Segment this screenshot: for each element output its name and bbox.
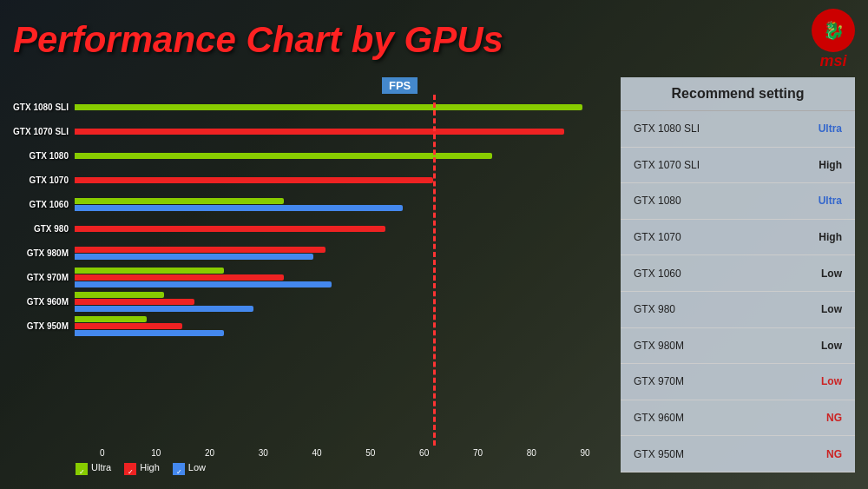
bar-low <box>75 254 313 260</box>
bars-group <box>75 129 612 135</box>
bar-high <box>75 274 284 281</box>
x-tick: 90 <box>558 448 612 458</box>
recommend-row: GTX 960MNG <box>621 400 855 437</box>
legend-item: ✓Low <box>173 462 206 472</box>
gpu-row: GTX 960M <box>13 289 612 314</box>
rec-setting: Low <box>799 340 842 352</box>
rec-setting: Ultra <box>799 122 842 135</box>
bar-high <box>75 299 194 305</box>
fps-target-line <box>433 95 436 446</box>
legend-item: ✓Ultra <box>76 462 111 472</box>
bar-ultra <box>75 268 224 274</box>
x-tick: 70 <box>451 448 505 458</box>
fps-label-area: FPS <box>13 77 612 93</box>
gpu-row: GTX 1060 <box>13 192 612 216</box>
rec-gpu-name: GTX 1080 SLI <box>634 122 799 135</box>
gpu-row: GTX 980 <box>13 216 612 241</box>
legend-label: Ultra <box>91 462 111 472</box>
rec-setting: High <box>799 159 842 171</box>
bars-group <box>75 316 612 336</box>
gpu-label: GTX 950M <box>13 321 72 331</box>
rec-gpu-name: GTX 960M <box>634 412 799 424</box>
gpu-row: GTX 1080 SLI <box>13 95 612 119</box>
x-tick: 50 <box>344 448 398 458</box>
rec-setting: NG <box>799 412 842 424</box>
bars-group <box>75 247 612 260</box>
bar-high <box>75 177 433 183</box>
msi-dragon-icon: 🐉 <box>812 9 855 52</box>
rec-gpu-name: GTX 980 <box>634 303 799 315</box>
bar-high <box>75 247 326 253</box>
legend-color-box: ✓ <box>173 463 185 472</box>
rec-setting: Ultra <box>799 195 842 207</box>
bars-group <box>75 104 612 110</box>
rec-setting: Low <box>799 375 842 387</box>
bar-high <box>75 226 385 232</box>
x-axis: 0102030405060708090 <box>13 448 612 458</box>
bar-ultra <box>75 292 164 298</box>
bar-low <box>75 306 253 312</box>
rec-gpu-name: GTX 980M <box>634 340 799 352</box>
x-tick: 80 <box>504 448 558 458</box>
recommend-row: GTX 970MLow <box>621 364 855 400</box>
recommend-row: GTX 980MLow <box>621 328 855 365</box>
bar-low <box>75 281 332 287</box>
bars-container: GTX 1080 SLIGTX 1070 SLIGTX 1080GTX 1070… <box>13 95 612 338</box>
msi-brand-text: msi <box>819 52 846 70</box>
gpu-row: GTX 1070 SLI <box>13 119 612 143</box>
x-tick: 0 <box>76 448 129 458</box>
chart-legend: ✓Ultra✓High✓Low <box>13 462 612 472</box>
gpu-row: GTX 1070 <box>13 168 612 192</box>
gpu-label: GTX 1080 <box>13 151 72 161</box>
x-tick: 10 <box>129 448 183 458</box>
bar-ultra <box>75 153 492 159</box>
recommend-title: Recommend setting <box>621 77 855 111</box>
header: Performance Chart by GPUs 🐉 msi <box>13 9 855 70</box>
rec-setting: NG <box>799 448 842 460</box>
rec-setting: High <box>799 231 842 243</box>
gpu-label: GTX 970M <box>13 273 72 282</box>
rec-gpu-name: GTX 1070 SLI <box>634 159 799 171</box>
legend-color-box: ✓ <box>76 463 88 472</box>
main-container: Performance Chart by GPUs 🐉 msi FPS GTX … <box>0 0 868 489</box>
svg-text:✓: ✓ <box>79 468 85 475</box>
bars-wrapper: GTX 1080 SLIGTX 1070 SLIGTX 1080GTX 1070… <box>13 95 612 446</box>
page-title: Performance Chart by GPUs <box>13 19 503 61</box>
x-tick: 40 <box>290 448 344 458</box>
bar-ultra <box>75 104 582 110</box>
svg-text:✓: ✓ <box>175 468 181 475</box>
bar-high <box>75 323 182 329</box>
x-tick: 60 <box>398 448 451 458</box>
svg-text:✓: ✓ <box>128 468 134 475</box>
recommend-row: GTX 980Low <box>621 292 855 328</box>
recommend-panel: Recommend setting GTX 1080 SLIUltraGTX 1… <box>621 77 855 472</box>
rec-gpu-name: GTX 1080 <box>634 195 799 207</box>
gpu-label: GTX 1080 SLI <box>13 102 72 112</box>
recommend-row: GTX 1080 SLIUltra <box>621 111 855 148</box>
chart-area: FPS GTX 1080 SLIGTX 1070 SLIGTX 1080GTX … <box>13 77 855 472</box>
bars-group <box>75 292 612 312</box>
recommend-row: GTX 1070High <box>621 220 855 256</box>
bar-low <box>75 330 224 336</box>
gpu-row: GTX 1080 <box>13 143 612 168</box>
msi-logo: 🐉 msi <box>812 9 855 70</box>
recommend-table: GTX 1080 SLIUltraGTX 1070 SLIHighGTX 108… <box>621 111 855 472</box>
gpu-label: GTX 980M <box>13 248 72 258</box>
bar-chart: FPS GTX 1080 SLIGTX 1070 SLIGTX 1080GTX … <box>13 77 612 472</box>
legend-item: ✓High <box>124 462 160 472</box>
recommend-row: GTX 1080Ultra <box>621 183 855 220</box>
gpu-label: GTX 980 <box>13 224 72 234</box>
gpu-label: GTX 1070 <box>13 175 72 185</box>
legend-color-box: ✓ <box>124 463 136 472</box>
gpu-label: GTX 960M <box>13 297 72 307</box>
gpu-row: GTX 970M <box>13 265 612 289</box>
bars-group <box>75 198 612 211</box>
rec-setting: Low <box>799 303 842 315</box>
fps-badge: FPS <box>382 77 418 94</box>
bar-low <box>75 205 403 211</box>
x-tick: 30 <box>236 448 290 458</box>
legend-label: Low <box>188 462 206 472</box>
legend-label: High <box>140 462 160 472</box>
rec-gpu-name: GTX 970M <box>634 375 799 387</box>
gpu-label: GTX 1070 SLI <box>13 127 72 136</box>
